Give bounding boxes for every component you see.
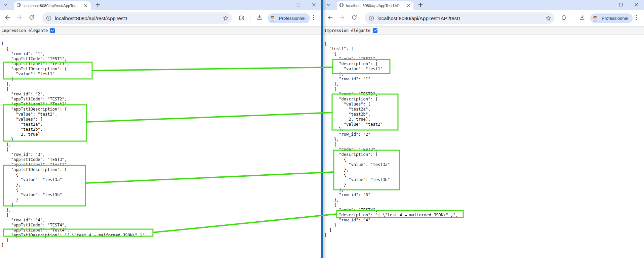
reload-button[interactable] <box>350 13 359 23</box>
close-icon <box>634 2 638 8</box>
reload-button[interactable] <box>27 13 36 23</box>
back-button[interactable] <box>3 13 12 23</box>
reload-icon <box>351 14 357 22</box>
window-controls <box>275 0 322 10</box>
json-body: [ { "row_id": "1", "appTst1Code": "TEST1… <box>0 35 322 248</box>
toolbar: localhost:8080/api/rest/AppTest1 Profess… <box>0 10 322 27</box>
browser-menu-button[interactable] <box>309 13 318 23</box>
tab-apptest1[interactable]: localhost:8080/api/rest/AppTes <box>14 1 91 10</box>
maximize-icon <box>296 2 300 8</box>
close-window-button[interactable] <box>306 0 322 10</box>
minimize-icon <box>603 2 607 8</box>
profile-button[interactable]: Professionnel <box>268 13 310 23</box>
address-bar[interactable]: localhost:8080/api/rest/AppTest1 <box>42 12 232 24</box>
forward-button[interactable] <box>15 13 24 23</box>
chevron-down-icon <box>4 2 8 8</box>
tabstrip: localhost:8080/api/AppTest1AP <box>323 0 644 10</box>
puzzle-icon <box>239 14 245 22</box>
back-button[interactable] <box>325 13 335 23</box>
pretty-print-bar: Impression élégante <box>323 27 644 35</box>
close-window-button[interactable] <box>629 0 644 10</box>
tab-search-button[interactable] <box>3 2 9 8</box>
url-text: localhost:8080/api/AppTest1API/test1 <box>377 15 461 21</box>
pretty-print-checkbox[interactable] <box>50 28 55 33</box>
plus-icon <box>95 2 100 8</box>
address-bar[interactable]: localhost:8080/api/AppTest1API/test1 <box>365 12 555 24</box>
globe-icon <box>16 3 21 9</box>
browser-window-left: localhost:8080/api/rest/AppTes <box>0 0 322 258</box>
download-icon <box>579 14 585 22</box>
back-arrow-icon <box>327 14 333 22</box>
avatar <box>591 14 599 22</box>
toolbar-separator <box>250 15 250 22</box>
back-arrow-icon <box>4 14 10 22</box>
maximize-button[interactable] <box>291 0 306 10</box>
window-controls <box>598 0 644 10</box>
new-tab-button[interactable] <box>417 2 424 8</box>
profile-label: Professionnel <box>279 16 306 21</box>
browser-menu-button[interactable] <box>632 13 641 23</box>
profile-button[interactable]: Professionnel <box>590 13 633 23</box>
chevron-down-icon <box>326 2 330 8</box>
pretty-print-label: Impression élégante <box>2 28 48 33</box>
pretty-print-checkbox[interactable] <box>373 28 377 33</box>
downloads-button[interactable] <box>577 13 587 23</box>
extensions-button[interactable] <box>560 13 569 23</box>
tab-search-button[interactable] <box>325 2 331 8</box>
minimize-button[interactable] <box>275 0 291 10</box>
tab-close-button[interactable] <box>406 3 411 8</box>
tab-apptest1api[interactable]: localhost:8080/api/AppTest1AP <box>337 1 413 10</box>
forward-button[interactable] <box>337 13 347 23</box>
bookmark-star-icon[interactable] <box>546 15 551 21</box>
globe-icon <box>339 3 344 9</box>
close-icon <box>312 2 316 8</box>
reload-icon <box>29 14 35 22</box>
window-divider <box>321 0 323 258</box>
site-info-icon[interactable] <box>368 15 375 21</box>
url-text: localhost:8080/api/rest/AppTest1 <box>55 15 128 21</box>
avatar <box>269 14 276 22</box>
new-tab-button[interactable] <box>94 2 101 8</box>
browser-window-right: localhost:8080/api/AppTest1AP <box>323 0 644 258</box>
kebab-menu-icon <box>636 15 637 22</box>
site-info-icon[interactable] <box>45 15 52 21</box>
extensions-button[interactable] <box>237 13 246 23</box>
screenshot-root: { "ui": { "pretty_print_label": "Impress… <box>0 0 644 258</box>
tab-title: localhost:8080/api/AppTest1AP <box>346 4 406 8</box>
pretty-print-label: Impression élégante <box>324 28 370 33</box>
download-icon <box>256 14 263 22</box>
tab-close-button[interactable] <box>83 3 88 8</box>
downloads-button[interactable] <box>255 13 264 23</box>
tabstrip: localhost:8080/api/rest/AppTes <box>0 0 322 10</box>
check-icon <box>51 28 54 34</box>
forward-arrow-icon <box>339 14 345 22</box>
minimize-button[interactable] <box>598 0 613 10</box>
profile-label: Professionnel <box>602 16 628 21</box>
puzzle-icon <box>561 14 567 22</box>
toolbar-separator <box>573 15 573 22</box>
bookmark-star-icon[interactable] <box>223 15 229 21</box>
maximize-icon <box>619 2 623 8</box>
check-icon <box>373 28 377 34</box>
kebab-menu-icon <box>313 15 314 22</box>
forward-arrow-icon <box>16 14 23 22</box>
plus-icon <box>418 2 423 8</box>
pretty-print-bar: Impression élégante <box>0 27 322 35</box>
maximize-button[interactable] <box>613 0 629 10</box>
tab-title: localhost:8080/api/rest/AppTes <box>24 4 83 8</box>
minimize-icon <box>281 2 285 8</box>
toolbar: localhost:8080/api/AppTest1API/test1 Pro… <box>323 10 644 27</box>
json-body: { "test1": [ { "code": "TEST1", "descrip… <box>323 35 644 238</box>
